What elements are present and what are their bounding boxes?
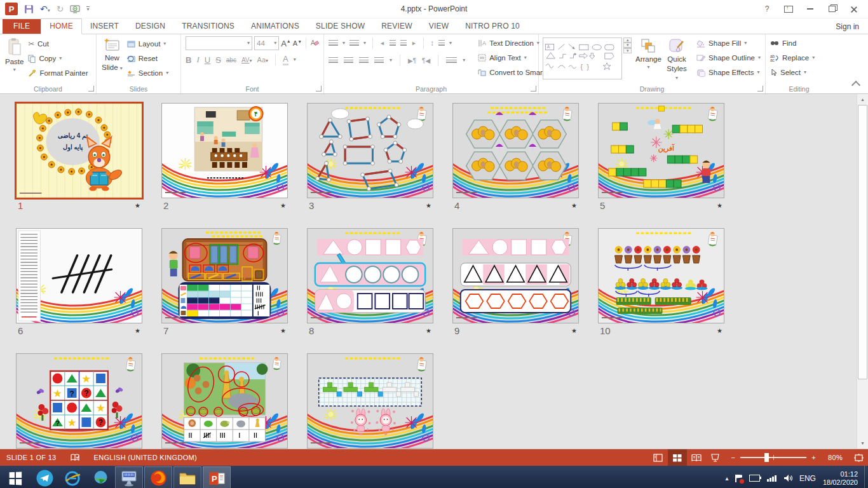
font-name-combobox[interactable]: ▾ [186,36,252,50]
normal-view-button[interactable] [649,449,668,466]
arrange-button[interactable]: Arrange▾ [633,36,664,71]
close-button[interactable] [845,3,862,15]
network-signal-icon[interactable] [767,475,776,482]
increase-indent-button[interactable]: ► [411,40,417,46]
spell-check-icon[interactable] [71,453,80,462]
grow-font-button[interactable]: A▲ [281,39,291,48]
slide-thumbnail-2[interactable]: ۴ [161,103,288,198]
new-slide-button[interactable]: New Slide ▾ [99,36,125,73]
restore-button[interactable] [824,3,840,15]
scroll-down-arrow[interactable]: ▼ [857,438,868,449]
strikethrough-abc-button[interactable]: abc [226,57,236,64]
undo-button[interactable]: ↶▾ [40,4,50,14]
slide-thumbnail-10[interactable] [598,228,724,323]
slide-thumbnail-3[interactable] [307,103,433,198]
slide-sorter-view-button[interactable] [668,449,687,466]
taskbar-clock[interactable]: 01:12 18/02/2020 [823,470,858,487]
minimize-button[interactable] [802,3,818,15]
taskbar-firefox-icon[interactable] [144,466,172,488]
fit-slide-to-window-button[interactable] [849,449,868,466]
select-button[interactable]: Select▾ [768,65,817,79]
taskbar-telegram-icon[interactable] [31,466,58,488]
slide-thumbnail-7[interactable] [161,228,288,323]
font-color-button[interactable]: A [283,54,288,65]
line-spacing-button[interactable]: ↕ [430,39,434,48]
character-spacing-button[interactable]: AV▾ [241,57,252,64]
align-right-button[interactable] [359,57,369,64]
help-button[interactable]: ? [759,3,775,15]
start-button[interactable] [0,466,31,488]
shape-gallery-more-button[interactable]: ▼ [623,48,632,53]
slide-thumbnail-11[interactable]: ★ ★ ? ? ★ ? ★ ? [16,353,142,449]
tab-file[interactable]: FILE [3,19,41,34]
shape-fill-button[interactable]: Shape Fill▾ [695,36,763,50]
left-to-right-button[interactable]: ▶¶ [408,57,416,64]
shape-gallery-scroll-up[interactable]: ▲ [623,37,632,43]
battery-icon[interactable] [749,475,760,482]
taskbar-internet-explorer-icon[interactable] [58,466,86,488]
font-size-combobox[interactable]: 44▾ [254,36,279,50]
format-painter-button[interactable]: Format Painter [26,66,90,80]
show-desktop-button[interactable] [864,466,868,488]
reading-view-button[interactable] [687,449,706,466]
vertical-scrollbar[interactable]: ▲ ▼ [857,94,868,449]
italic-button[interactable]: I [196,55,199,65]
zoom-level[interactable]: 80% [821,454,843,461]
powerpoint-app-icon[interactable]: P [5,3,18,15]
taskbar-powerpoint-icon[interactable]: P [203,466,231,488]
customize-qat-button[interactable]: ▾ [86,6,89,12]
tab-view[interactable]: VIEW [421,19,457,34]
shrink-font-button[interactable]: A▼ [293,39,302,47]
find-button[interactable]: Find [768,36,817,50]
slide-thumbnail-5[interactable]: آفرین [598,103,724,198]
tab-review[interactable]: REVIEW [373,19,421,34]
ribbon-display-options-button[interactable] [780,3,797,15]
volume-icon[interactable] [783,474,792,482]
align-left-button[interactable] [329,57,338,64]
start-slideshow-button[interactable] [70,4,80,13]
columns-button[interactable] [446,57,457,64]
decrease-indent-button[interactable]: ◄ [379,40,385,46]
zoom-in-button[interactable]: + [811,454,816,461]
bullets-button[interactable] [329,40,338,47]
tab-transitions[interactable]: TRANSITIONS [173,19,243,34]
redo-button[interactable]: ↻ [57,4,64,14]
tab-design[interactable]: DESIGN [127,19,173,34]
input-language-indicator[interactable]: ENG [799,474,816,483]
zoom-slider-thumb[interactable] [764,453,769,462]
tab-home[interactable]: HOME [41,18,82,34]
slide-thumbnail-13[interactable] [307,353,433,449]
shape-effects-button[interactable]: Shape Effects▾ [695,65,763,79]
zoom-out-button[interactable]: − [731,454,736,461]
tab-insert[interactable]: INSERT [82,19,127,34]
tab-animations[interactable]: ANIMATIONS [243,19,308,34]
reset-button[interactable]: Reset [125,51,170,65]
slide-thumbnail-1[interactable]: تم 4 ریاضی پایه اول [16,103,142,198]
underline-button[interactable]: U [205,55,210,65]
taskbar-onscreen-keyboard-icon[interactable] [115,466,143,488]
clear-formatting-button[interactable]: A [310,39,319,48]
scrollbar-thumb[interactable] [858,105,867,379]
copy-button[interactable]: Copy▾ [26,51,90,65]
slide-thumbnail-4[interactable] [452,103,579,198]
shape-gallery[interactable]: A { } [543,37,622,79]
save-button[interactable] [24,4,34,13]
slide-thumbnail-6[interactable] [16,228,142,323]
action-center-flag-icon[interactable] [735,475,742,482]
tray-expand-icon[interactable]: ▴ [725,475,728,482]
collapse-ribbon-button[interactable] [851,81,860,90]
sign-in-link[interactable]: Sign in [836,22,859,31]
section-button[interactable]: Section▾ [125,66,170,80]
strikethrough-button[interactable]: S [215,55,221,65]
numbering-button[interactable] [349,40,359,47]
paste-button[interactable]: Paste▾ [3,36,26,74]
justify-button[interactable] [374,57,384,64]
tab-slide-show[interactable]: SLIDE SHOW [308,19,373,34]
taskbar-file-explorer-icon[interactable] [173,466,201,488]
bold-button[interactable]: B [186,55,191,65]
slide-show-button[interactable] [706,449,725,466]
right-to-left-button[interactable]: ¶◀ [422,57,430,64]
change-case-button[interactable]: Aa▾ [257,56,268,64]
scroll-up-arrow[interactable]: ▲ [857,94,868,105]
tab-nitro-pro[interactable]: NITRO PRO 10 [457,19,528,34]
